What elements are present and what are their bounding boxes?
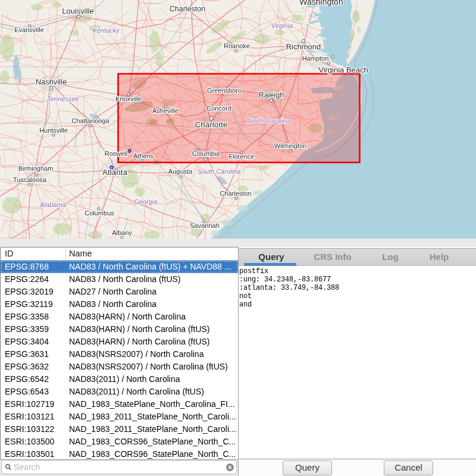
svg-text:Concord: Concord [206, 105, 231, 112]
svg-text:Athens: Athens [133, 152, 154, 159]
svg-text:Huntsville: Huntsville [39, 127, 68, 134]
svg-text:North Carolina: North Carolina [248, 117, 290, 124]
svg-text:Augusta: Augusta [168, 168, 193, 175]
svg-text:Wilmington: Wilmington [274, 142, 306, 149]
svg-text:Albany: Albany [112, 229, 132, 236]
svg-text:Alabama: Alabama [39, 201, 65, 208]
svg-text:Charleston: Charleston [220, 190, 251, 197]
svg-text:Florence: Florence [229, 153, 255, 160]
svg-text:Raleigh: Raleigh [259, 91, 284, 99]
svg-text:Kentucky: Kentucky [92, 27, 120, 34]
svg-text:Roanoke: Roanoke [224, 42, 250, 49]
svg-text:Washington: Washington [299, 0, 343, 7]
svg-text:Charleston: Charleston [170, 5, 205, 13]
svg-text:Nashville: Nashville [36, 77, 67, 86]
svg-text:Virginia: Virginia [271, 22, 293, 29]
svg-text:Louisville: Louisville [62, 7, 93, 15]
svg-text:Chattanooga: Chattanooga [72, 117, 110, 124]
svg-text:Evansville: Evansville [14, 26, 44, 33]
svg-text:Richmond: Richmond [286, 42, 321, 51]
svg-text:Asheville: Asheville [152, 107, 178, 114]
svg-text:Georgia: Georgia [134, 198, 157, 205]
svg-text:Hampton: Hampton [302, 55, 329, 62]
svg-text:Charlotte: Charlotte [195, 120, 228, 129]
svg-text:Savannah: Savannah [190, 222, 220, 229]
svg-text:Columbia: Columbia [192, 150, 220, 157]
svg-text:Roswell: Roswell [105, 150, 128, 157]
svg-text:Atlanta: Atlanta [102, 168, 128, 177]
svg-text:Tennessee: Tennessee [47, 95, 79, 102]
svg-text:Greensboro: Greensboro [207, 87, 242, 94]
svg-text:Virginia Beach: Virginia Beach [318, 65, 368, 74]
svg-text:Knoxville: Knoxville [115, 95, 142, 102]
svg-text:South Carolina: South Carolina [198, 168, 241, 175]
svg-text:Tuscaloosa: Tuscaloosa [13, 176, 47, 183]
svg-text:Columbus: Columbus [84, 209, 114, 217]
svg-text:Birmingham: Birmingham [18, 165, 54, 172]
